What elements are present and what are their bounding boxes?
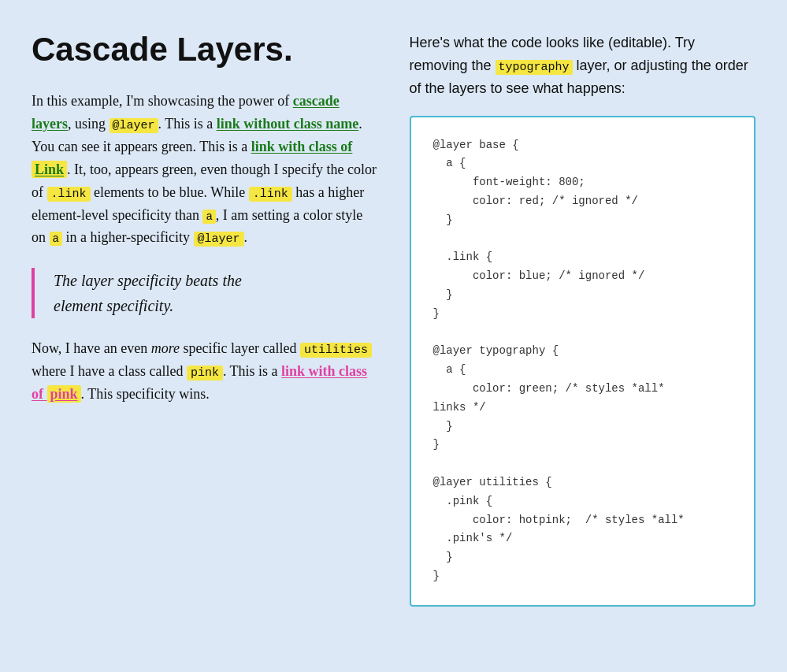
blockquote-text: The layer specificity beats the element … bbox=[54, 268, 378, 318]
at-layer-code-1: @layer bbox=[110, 118, 158, 133]
left-column: Cascade Layers. In this example, I'm sho… bbox=[32, 32, 378, 607]
utilities-paragraph: Now, I have an even more specific layer … bbox=[32, 337, 378, 406]
a-code-2: a bbox=[50, 232, 62, 246]
pink-code-1: pink bbox=[187, 366, 223, 381]
page-layout: Cascade Layers. In this example, I'm sho… bbox=[32, 32, 755, 607]
typography-code-highlight: typography bbox=[496, 60, 573, 75]
right-intro: Here's what the code looks like (editabl… bbox=[410, 32, 756, 100]
right-column: Here's what the code looks like (editabl… bbox=[410, 32, 756, 607]
dot-link-code-2: .link bbox=[249, 187, 292, 202]
intro-text: In this example, I'm showcasing the powe… bbox=[32, 93, 289, 109]
link-with-class-of-link[interactable]: link with class of Link bbox=[32, 139, 352, 178]
more-em: more bbox=[151, 340, 180, 356]
element-specificity-em: element specificity bbox=[54, 297, 169, 314]
code-editor[interactable]: @layer base { a { font-weight: 800; colo… bbox=[410, 116, 756, 607]
dot-link-code-1: .link bbox=[47, 187, 91, 202]
intro-paragraph: In this example, I'm showcasing the powe… bbox=[32, 90, 378, 249]
at-layer-code-2: @layer bbox=[194, 232, 244, 247]
utilities-code: utilities bbox=[300, 343, 372, 358]
pink-code-highlight: pink bbox=[47, 385, 81, 403]
link-without-class[interactable]: link without class name bbox=[217, 116, 359, 132]
blockquote: The layer specificity beats the element … bbox=[32, 268, 378, 318]
layer-em: layer bbox=[81, 272, 113, 289]
a-code-1: a bbox=[202, 210, 215, 224]
link-code-highlight: Link bbox=[32, 161, 67, 178]
page-title: Cascade Layers. bbox=[32, 32, 378, 68]
